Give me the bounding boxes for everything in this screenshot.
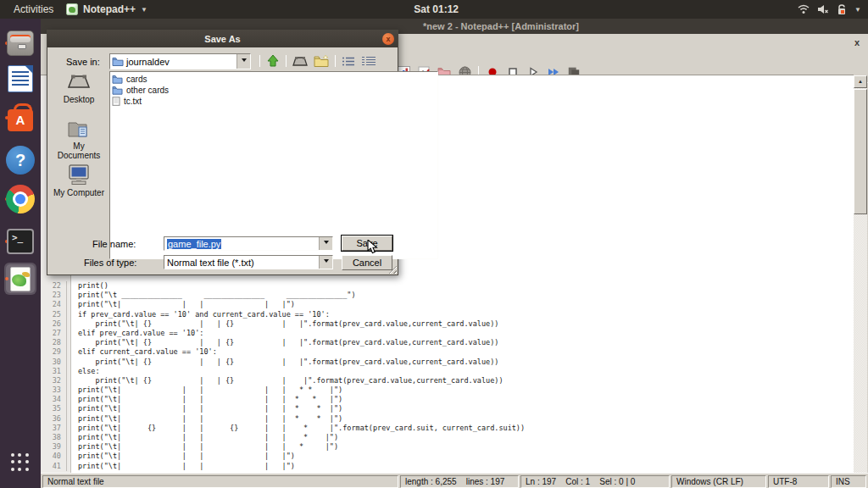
code-line[interactable]: 26 print("\t| {} | | {} | |".format(prev… <box>41 319 854 329</box>
code-line[interactable]: 30 print("\t| {} | | {} | |".format(prev… <box>41 358 854 367</box>
file-type-value: Normal text file (*.txt) <box>164 258 319 268</box>
chrome-icon <box>6 185 35 214</box>
code-line[interactable]: 22 print() <box>41 281 854 291</box>
line-number: 22 <box>41 281 66 291</box>
scrollbar-thumb[interactable] <box>854 89 867 214</box>
line-number: 29 <box>41 347 66 357</box>
code-line[interactable]: 32 print("\t| {} | | {} | |".format(prev… <box>41 376 854 385</box>
dock-item-help[interactable]: ? <box>4 144 36 176</box>
my-documents-icon <box>65 118 92 140</box>
dropdown-button[interactable] <box>236 54 250 69</box>
place-label: My Documents <box>51 141 107 160</box>
code-line[interactable]: 39 print("\t| | | | | * |") <box>41 442 854 452</box>
chevron-down-icon: ▼ <box>854 6 861 14</box>
code-line[interactable]: 35 print("\t| | | | | * * |") <box>41 404 854 413</box>
app-menu-label: Notepad++ <box>83 3 136 15</box>
cancel-button[interactable]: Cancel <box>342 255 392 270</box>
wifi-icon <box>798 4 810 14</box>
status-encoding[interactable]: UTF-8 <box>768 475 829 488</box>
places-sidebar: Desktop My Documents My Computer <box>51 71 107 259</box>
dock-item-files[interactable] <box>4 27 36 59</box>
line-number: 30 <box>41 358 66 367</box>
file-list-item[interactable]: cards <box>112 74 437 85</box>
place-my-documents[interactable]: My Documents <box>51 118 107 160</box>
line-text: print("\t| | | | | * * |") <box>66 414 342 424</box>
dialog-titlebar[interactable]: Save As x <box>47 30 398 47</box>
separator <box>286 55 287 67</box>
close-icon[interactable]: x <box>382 33 394 45</box>
activities-button[interactable]: Activities <box>8 0 58 19</box>
code-line[interactable]: 31 else: <box>41 367 854 376</box>
dock-item-ubuntu-software[interactable]: A <box>4 102 36 134</box>
file-name-row: File name: game_file.py Save <box>47 236 398 252</box>
status-doc-type: Normal text file <box>42 475 398 488</box>
line-text: print("\t| {} | | {} | |".format(prev_ca… <box>66 319 498 329</box>
code-line[interactable]: 41 print("\t| | | | |") <box>41 462 854 471</box>
line-text: print() <box>66 281 108 291</box>
code-line[interactable]: 33 print("\t| | | | | * * |") <box>41 385 854 395</box>
file-name-label: File name: <box>92 239 136 249</box>
place-my-computer[interactable]: My Computer <box>51 163 107 197</box>
file-list[interactable]: cards other cards tc.txt <box>109 71 438 259</box>
line-text: print("\t| | | | |") <box>66 462 295 471</box>
app-menu[interactable]: Notepad++ ▼ <box>66 0 147 19</box>
save-in-row: Save in: journaldev <box>47 53 398 71</box>
line-number: 27 <box>41 329 66 338</box>
file-name-input[interactable]: game_file.py <box>164 236 333 251</box>
file-list-item[interactable]: tc.txt <box>112 96 437 107</box>
clock[interactable]: Sat 01:12 <box>414 0 459 19</box>
code-line[interactable]: 23 print("\t ______________ ____________… <box>41 291 854 300</box>
chevron-down-icon: ▼ <box>141 6 147 14</box>
code-line[interactable]: 25 if prev_card.value == '10' and curren… <box>41 310 854 319</box>
code-line[interactable]: 27 elif prev_card.value == '10': <box>41 329 854 338</box>
chevron-down-icon <box>324 241 329 247</box>
dropdown-button[interactable] <box>319 256 332 269</box>
code-line[interactable]: 36 print("\t| | | | | * * |") <box>41 414 854 424</box>
mouse-cursor <box>367 240 379 255</box>
line-text: print("\t| | | | | * * |") <box>66 395 342 404</box>
line-number: 24 <box>41 300 66 309</box>
file-type-select[interactable]: Normal text file (*.txt) <box>164 255 333 269</box>
help-icon: ? <box>6 146 35 175</box>
up-one-level-icon[interactable] <box>266 54 280 68</box>
status-insert-mode[interactable]: INS <box>831 475 866 488</box>
status-eol-format[interactable]: Windows (CR LF) <box>671 475 766 488</box>
vertical-scrollbar[interactable]: ▲ ▼ <box>854 75 867 488</box>
dock-item-libreoffice-writer[interactable] <box>4 63 36 95</box>
dropdown-button[interactable] <box>319 237 332 250</box>
dock-item-chrome[interactable] <box>4 183 36 215</box>
dock-item-terminal[interactable]: >_ <box>4 225 36 258</box>
code-line[interactable]: 24 print("\t| | | | |") <box>41 300 854 309</box>
save-in-value: journaldev <box>124 57 236 67</box>
save-in-combo[interactable]: journaldev <box>109 53 251 69</box>
line-number: 33 <box>41 385 66 395</box>
file-type-row: Files of type: Normal text file (*.txt) … <box>47 254 398 270</box>
save-in-label: Save in: <box>66 57 100 67</box>
gnome-top-bar: Activities Notepad++ ▼ Sat 01:12 ▼ <box>0 0 868 19</box>
dock-item-notepad-plus-plus[interactable] <box>4 263 36 295</box>
file-type-label: Files of type: <box>84 258 136 268</box>
code-line[interactable]: 40 print("\t| | | | |") <box>41 452 854 461</box>
scroll-up-icon[interactable]: ▲ <box>854 75 867 88</box>
dock-item-show-applications[interactable] <box>4 446 36 479</box>
code-line[interactable]: 37 print("\t| {} | | {} | | * |".format(… <box>41 424 854 433</box>
file-type-icon <box>112 86 123 95</box>
line-number: 34 <box>41 395 66 404</box>
code-line[interactable]: 38 print("\t| | | | | * |") <box>41 433 854 442</box>
code-line[interactable]: 29 elif current_card.value == '10': <box>41 347 854 357</box>
file-list-item[interactable]: other cards <box>112 85 437 96</box>
details-view-icon[interactable] <box>361 56 376 67</box>
new-folder-icon[interactable] <box>314 55 329 67</box>
close-document-icon[interactable]: x <box>854 37 860 47</box>
code-line[interactable]: 34 print("\t| | | | | * * |") <box>41 395 854 404</box>
desktop-view-icon[interactable] <box>292 55 308 68</box>
chevron-down-icon <box>242 58 247 64</box>
place-label: My Computer <box>51 188 107 197</box>
line-text: print("\t ______________ ______________ … <box>66 291 356 300</box>
system-tray[interactable]: ▼ <box>798 0 861 19</box>
status-length-info: length : 6,255 lines : 197 <box>400 475 519 488</box>
line-text: print("\t| | | | | * |") <box>66 442 338 452</box>
place-desktop[interactable]: Desktop <box>51 73 107 104</box>
code-line[interactable]: 28 print("\t| {} | | {} | |".format(prev… <box>41 338 854 347</box>
list-view-icon[interactable] <box>342 56 355 67</box>
